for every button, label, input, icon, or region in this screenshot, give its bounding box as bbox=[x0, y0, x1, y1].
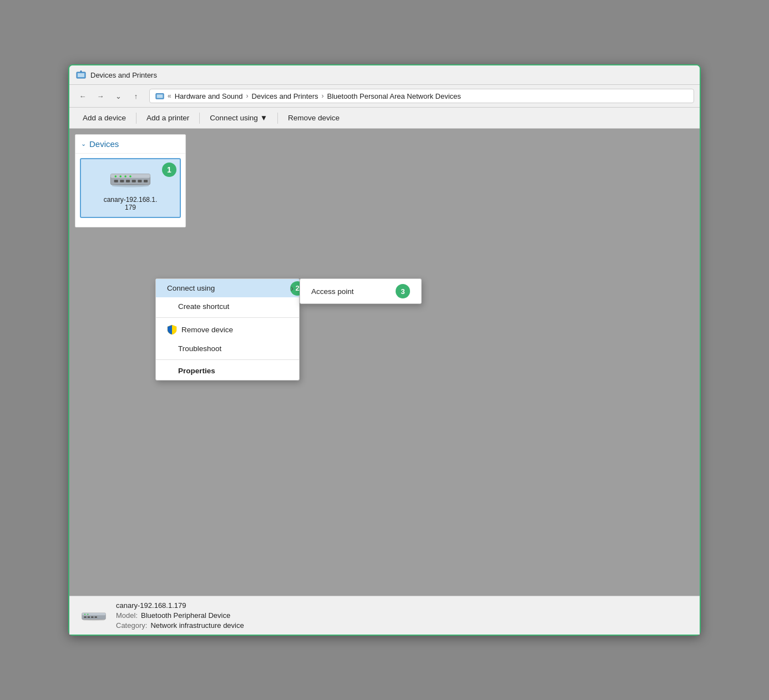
dropdown-button[interactable]: ⌄ bbox=[110, 88, 126, 104]
context-item-connect-using[interactable]: Connect using 2 bbox=[156, 279, 299, 297]
connect-using-label: Connect using bbox=[167, 284, 215, 292]
svg-rect-21 bbox=[88, 616, 90, 618]
svg-rect-11 bbox=[138, 180, 141, 182]
svg-rect-12 bbox=[144, 180, 148, 182]
connect-using-button[interactable]: Connect using ▼ bbox=[203, 111, 274, 125]
status-device-icon bbox=[80, 607, 107, 625]
chevron-down-icon: ⌄ bbox=[81, 140, 86, 148]
nav-bar: ← → ⌄ ↑ « Hardware and Sound › Devices a… bbox=[69, 85, 700, 108]
toolbar-separator-2 bbox=[199, 113, 200, 124]
add-printer-button[interactable]: Add a printer bbox=[140, 111, 196, 125]
svg-rect-9 bbox=[126, 180, 130, 182]
add-device-button[interactable]: Add a device bbox=[76, 111, 133, 125]
status-name-row: canary-192.168.1.179 bbox=[116, 601, 244, 610]
troubleshoot-label: Troubleshoot bbox=[178, 344, 221, 353]
svg-rect-1 bbox=[78, 73, 84, 77]
main-window: Devices and Printers ← → ⌄ ↑ « Hardware … bbox=[68, 64, 701, 636]
remove-device-label: Remove device bbox=[181, 326, 233, 334]
content-area: ⌄ Devices 1 bbox=[69, 129, 700, 596]
device-item-name: canary-192.168.1. 179 bbox=[85, 196, 175, 211]
svg-point-17 bbox=[112, 184, 149, 187]
status-info: canary-192.168.1.179 Model: Bluetooth Pe… bbox=[116, 601, 244, 630]
devices-header: ⌄ Devices bbox=[75, 135, 185, 154]
forward-button[interactable]: → bbox=[93, 88, 108, 104]
category-label: Category: bbox=[116, 621, 147, 630]
category-value: Network infrastructure device bbox=[150, 621, 244, 630]
toolbar: Add a device Add a printer Connect using… bbox=[69, 108, 700, 129]
device-badge-1: 1 bbox=[162, 163, 176, 177]
svg-rect-4 bbox=[157, 94, 163, 98]
remove-device-button[interactable]: Remove device bbox=[281, 111, 346, 125]
access-point-label: Access point bbox=[311, 287, 354, 296]
context-item-properties[interactable]: Properties bbox=[156, 362, 299, 380]
breadcrumb-devices[interactable]: Devices and Printers bbox=[252, 92, 318, 100]
model-label: Model: bbox=[116, 611, 138, 620]
address-bar-icon bbox=[155, 92, 164, 100]
context-menu: Connect using 2 Create shortcut Remove d… bbox=[155, 278, 300, 381]
svg-point-25 bbox=[87, 613, 88, 615]
create-shortcut-label: Create shortcut bbox=[178, 302, 229, 311]
svg-point-13 bbox=[115, 175, 117, 177]
back-button[interactable]: ← bbox=[75, 88, 90, 104]
toolbar-separator-1 bbox=[136, 113, 136, 124]
svg-rect-20 bbox=[84, 616, 86, 618]
svg-rect-23 bbox=[95, 616, 97, 618]
svg-point-15 bbox=[124, 175, 127, 177]
network-switch-icon bbox=[108, 165, 153, 192]
status-device-name: canary-192.168.1.179 bbox=[116, 601, 186, 610]
toolbar-separator-3 bbox=[277, 113, 278, 124]
svg-rect-7 bbox=[114, 180, 118, 182]
svg-point-16 bbox=[129, 175, 131, 177]
devices-section-title: Devices bbox=[89, 139, 119, 149]
title-bar-text: Devices and Printers bbox=[90, 71, 157, 79]
svg-rect-10 bbox=[132, 180, 136, 182]
svg-point-24 bbox=[84, 613, 85, 615]
context-separator-1 bbox=[156, 317, 299, 318]
model-value: Bluetooth Peripheral Device bbox=[141, 611, 230, 620]
context-separator-2 bbox=[156, 359, 299, 360]
breadcrumb-hardware[interactable]: Hardware and Sound bbox=[175, 92, 243, 100]
uac-shield-icon bbox=[167, 324, 177, 334]
up-button[interactable]: ↑ bbox=[128, 88, 144, 104]
breadcrumb-bluetooth[interactable]: Bluetooth Personal Area Network Devices bbox=[327, 92, 461, 100]
submenu: Access point 3 bbox=[300, 278, 422, 304]
device-item-canary[interactable]: 1 bbox=[80, 158, 181, 218]
access-point-badge: 3 bbox=[396, 284, 410, 298]
submenu-item-access-point[interactable]: Access point 3 bbox=[300, 279, 421, 303]
svg-rect-22 bbox=[91, 616, 93, 618]
address-bar: « Hardware and Sound › Devices and Print… bbox=[149, 89, 694, 103]
status-bar: canary-192.168.1.179 Model: Bluetooth Pe… bbox=[69, 596, 700, 635]
title-bar: Devices and Printers bbox=[69, 65, 700, 85]
devices-section: ⌄ Devices 1 bbox=[75, 134, 186, 227]
svg-point-14 bbox=[119, 175, 122, 177]
properties-label: Properties bbox=[178, 367, 215, 375]
svg-rect-19 bbox=[82, 612, 106, 615]
svg-point-2 bbox=[80, 70, 82, 72]
context-item-troubleshoot[interactable]: Troubleshoot bbox=[156, 339, 299, 358]
svg-point-26 bbox=[83, 619, 105, 621]
svg-rect-8 bbox=[120, 180, 124, 182]
context-item-create-shortcut[interactable]: Create shortcut bbox=[156, 297, 299, 316]
status-model-row: Model: Bluetooth Peripheral Device bbox=[116, 611, 244, 620]
status-category-row: Category: Network infrastructure device bbox=[116, 621, 244, 630]
window-title-icon bbox=[76, 70, 86, 80]
context-item-remove-device[interactable]: Remove device bbox=[156, 319, 299, 339]
